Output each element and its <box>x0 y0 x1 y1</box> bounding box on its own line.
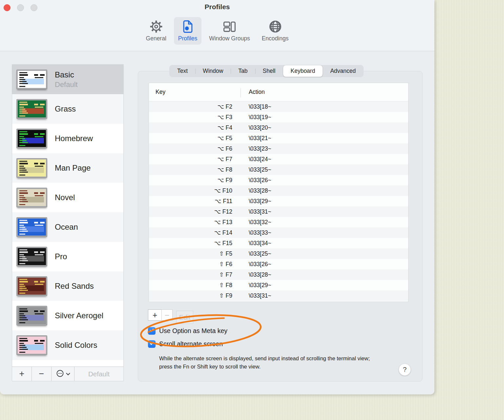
sidebar-profile-item[interactable]: Grass <box>12 94 123 124</box>
remove-binding-button[interactable]: − <box>161 309 173 321</box>
toolbar-item-label: Window Groups <box>209 35 250 42</box>
action-cell: \033[26~ <box>241 177 271 184</box>
profile-name: Silver Aerogel <box>55 311 103 320</box>
add-binding-button[interactable]: + <box>148 309 162 321</box>
key-cell: ⌥ F3 <box>149 114 241 121</box>
settings-tab[interactable]: Advanced <box>323 65 363 77</box>
sidebar-profile-item[interactable]: Pro <box>12 242 123 271</box>
sidebar-profile-item[interactable]: Solid Colors <box>12 330 123 360</box>
column-header-action[interactable]: Action <box>241 89 265 95</box>
table-row[interactable]: ⌥ F15 \033[34~ <box>149 238 408 248</box>
table-row[interactable]: ⌥ F11 \033[29~ <box>149 196 408 206</box>
profiles-sidebar: Basic Default Grass Homebrew <box>12 64 124 381</box>
table-row[interactable]: ⇧ F9 \033[31~ <box>149 290 408 301</box>
table-row[interactable]: ⌥ F12 \033[31~ <box>149 206 408 217</box>
profile-thumbnail <box>17 188 47 207</box>
more-options-button[interactable] <box>52 367 74 381</box>
action-cell: \033[19~ <box>241 114 271 121</box>
action-cell: \033[23~ <box>241 145 271 152</box>
profile-thumbnail <box>17 158 47 178</box>
profile-thumbnail <box>17 247 47 266</box>
table-row[interactable]: ⇧ F6 \033[26~ <box>149 259 408 269</box>
settings-tab[interactable]: Text <box>170 65 195 77</box>
key-cell: ⇧ F5 <box>149 250 241 257</box>
edit-binding-button[interactable]: Edit <box>176 311 193 324</box>
profile-label: Red Sands <box>55 282 94 291</box>
column-header-key[interactable]: Key <box>149 89 241 95</box>
sidebar-footer: + − Default <box>12 367 123 381</box>
table-row[interactable]: ⌥ F9 \033[26~ <box>149 175 408 185</box>
key-cell: ⌥ F12 <box>149 208 241 215</box>
table-row[interactable]: ⌥ F13 \033[32~ <box>149 217 408 227</box>
action-cell: \033[24~ <box>241 156 271 163</box>
profile-thumbnail <box>17 70 47 89</box>
scroll-alternate-screen-checkbox[interactable] <box>148 340 156 348</box>
table-row[interactable]: ⌥ F7 \033[24~ <box>149 154 408 164</box>
key-cell: ⌥ F15 <box>149 240 241 247</box>
sidebar-profile-item[interactable]: Homebrew <box>12 124 123 153</box>
table-row[interactable]: ⌥ F4 \033[20~ <box>149 122 408 133</box>
profile-name: Man Page <box>55 163 91 173</box>
key-cell: ⌥ F10 <box>149 187 241 194</box>
key-cell: ⌥ F6 <box>149 145 241 152</box>
sidebar-profile-item[interactable]: Novel <box>12 183 123 212</box>
settings-tab[interactable]: Keyboard <box>283 65 323 77</box>
table-row[interactable]: ⌥ F14 \033[33~ <box>149 227 408 238</box>
action-cell: \033[34~ <box>241 240 271 247</box>
toolbar-item-profiles[interactable]: Profiles <box>174 17 201 45</box>
settings-tab[interactable]: Shell <box>255 65 283 77</box>
table-row[interactable]: ⌥ F3 \033[19~ <box>149 112 408 122</box>
profile-label: Basic Default <box>55 70 78 89</box>
profile-name: Ocean <box>55 222 78 232</box>
document-gear-icon <box>180 19 195 34</box>
remove-profile-button[interactable]: − <box>32 367 52 381</box>
profile-name: Pro <box>55 252 67 261</box>
globe-icon <box>268 19 283 34</box>
checkbox-label[interactable]: Use Option as Meta key <box>159 327 227 335</box>
table-row[interactable]: ⌥ F6 \033[23~ <box>149 143 408 154</box>
settings-tab[interactable]: Window <box>195 65 231 77</box>
scroll-alternate-row: Scroll alternate screen <box>148 340 223 348</box>
profile-thumbnail <box>17 336 47 355</box>
option-as-meta-row: Use Option as Meta key <box>148 327 227 335</box>
profile-thumbnail <box>17 129 47 148</box>
action-cell: \033[21~ <box>241 135 271 142</box>
profile-label: Solid Colors <box>55 341 97 350</box>
key-cell: ⌥ F8 <box>149 166 241 173</box>
titlebar-toolbar: Profiles General <box>0 0 434 51</box>
table-row[interactable]: ⌥ F5 \033[21~ <box>149 133 408 143</box>
settings-tab[interactable]: Tab <box>231 65 255 77</box>
action-cell: \033[20~ <box>241 124 271 131</box>
sidebar-profile-item[interactable]: Red Sands <box>12 271 123 301</box>
sidebar-profile-item[interactable]: Silver Aerogel <box>12 301 123 330</box>
key-cell: ⇧ F9 <box>149 292 241 299</box>
table-row[interactable]: ⇧ F8 \033[29~ <box>149 280 408 290</box>
toolbar-item-encodings[interactable]: Encodings <box>258 17 293 45</box>
window-title: Profiles <box>0 3 434 11</box>
table-row[interactable]: ⇧ F5 \033[25~ <box>149 248 408 259</box>
profile-thumbnail <box>17 306 47 325</box>
table-row[interactable]: ⌥ F10 \033[28~ <box>149 185 408 196</box>
table-row[interactable]: ⌥ F8 \033[25~ <box>149 164 408 175</box>
key-cell: ⌥ F2 <box>149 103 241 110</box>
sidebar-profile-item[interactable]: Man Page <box>12 153 123 183</box>
toolbar-item-general[interactable]: General <box>142 17 171 45</box>
key-bindings-table: Key Action ⌥ F2 \033[18~ ⌥ F3 \033[19~ ⌥… <box>149 83 409 302</box>
key-cell: ⌥ F14 <box>149 229 241 236</box>
table-row[interactable]: ⇧ F7 \033[28~ <box>149 269 408 280</box>
key-cell: ⌥ F5 <box>149 135 241 142</box>
checkbox-label[interactable]: Scroll alternate screen <box>159 340 223 348</box>
use-option-as-meta-checkbox[interactable] <box>148 327 156 335</box>
sidebar-profile-item[interactable]: Ocean <box>12 212 123 242</box>
add-profile-button[interactable]: + <box>12 367 32 381</box>
action-cell: \033[25~ <box>241 250 271 257</box>
profile-thumbnail <box>17 277 47 296</box>
profile-label: Ocean <box>55 222 78 232</box>
table-row[interactable]: ⌥ F2 \033[18~ <box>149 101 408 112</box>
help-button[interactable]: ? <box>399 364 411 376</box>
default-button[interactable]: Default <box>74 367 123 381</box>
toolbar-item-label: General <box>146 35 166 42</box>
toolbar-item-window-groups[interactable]: Window Groups <box>205 17 254 45</box>
action-cell: \033[28~ <box>241 187 271 194</box>
sidebar-profile-item[interactable]: Basic Default <box>12 65 123 94</box>
